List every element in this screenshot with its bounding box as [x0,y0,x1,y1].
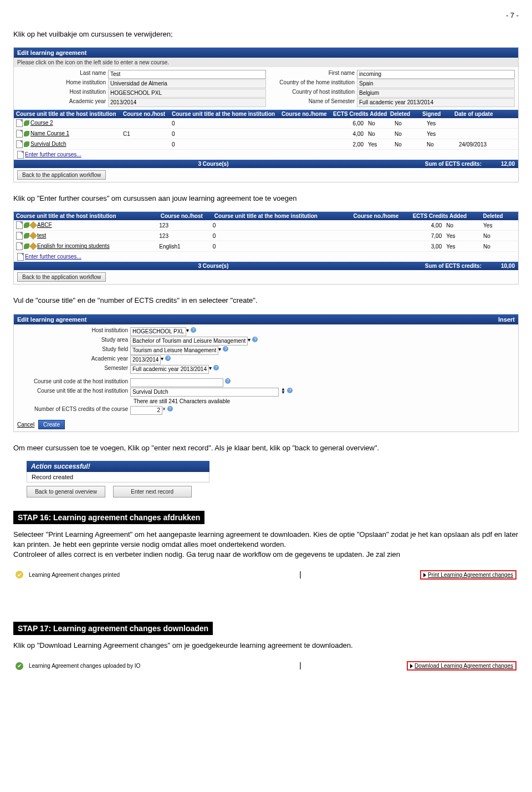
input-country-home: Spain [357,79,515,88]
cell-chome [348,245,407,247]
trash-icon[interactable] [24,233,29,238]
help-icon[interactable]: ? [167,406,173,412]
cell-chome [279,122,331,124]
chevron-down-icon[interactable]: ▾ [161,356,163,364]
cell-thome: 0 [211,242,349,251]
enter-next-record-button[interactable]: Enter next record [113,486,192,497]
back-workflow-button[interactable]: Back to the application workflow [17,170,106,180]
screenshot-course-list: Course unit title at the host institutio… [13,211,519,285]
trash-icon[interactable] [24,141,29,147]
course-link[interactable]: English for incoming students [37,243,110,249]
status-dot-green-icon: ✔ [16,662,23,670]
cell-deleted: Yes [481,221,518,230]
help-icon[interactable]: ? [252,337,258,342]
sel-semester[interactable]: Full academic year 2013/2014 [130,365,209,374]
triangle-icon [423,573,426,577]
label-country-host: Country of host institution [266,89,357,98]
page-icon[interactable] [16,130,23,138]
help-icon[interactable]: ? [165,356,171,361]
label-host-inst: Host institution [17,89,108,98]
trash-icon[interactable] [24,131,29,136]
th-chome: Course no./home [279,110,331,118]
chevron-down-icon[interactable]: ▾ [209,365,212,374]
label-home-inst: Home institution [17,79,108,88]
th2-chome: Course no./home [351,212,411,220]
screenshot-edit-la-1: Edit learning agreement Please click on … [13,47,519,182]
checkbox-icon[interactable] [300,571,301,578]
help-icon[interactable]: ? [191,327,196,333]
cell-chost: 123 [157,232,210,240]
course-link[interactable]: test [37,232,46,238]
back-workflow-button-2[interactable]: Back to the application workflow [17,272,106,282]
help-icon[interactable]: ? [223,346,228,352]
pencil-icon[interactable] [29,242,37,250]
lbl-host-inst: Host institution [17,327,130,336]
cell-signed: Yes [424,119,457,128]
cancel-link[interactable]: Cancel [17,422,34,428]
footer-count: 3 Course(s) [14,160,413,168]
print-la-changes-link[interactable]: Print Learning Agreement changes [420,570,516,580]
cell-chome [348,224,407,226]
th2-chost: Course no./host [158,212,212,220]
help-icon[interactable]: ? [213,365,219,370]
page-icon[interactable] [16,242,23,250]
page-icon[interactable] [16,140,23,148]
checkbox-icon[interactable] [300,662,301,669]
trash-icon[interactable] [24,222,29,228]
table-header-2: Course unit title at the host institutio… [14,212,518,220]
th-chost: Course no./host [121,110,170,118]
form-grid: Last nameTest Home institutionUniversida… [14,67,518,110]
status-title-2: Learning Agreement changes uploaded by I… [29,663,267,669]
chevron-down-icon[interactable]: ▾ [218,346,221,355]
cell-chome [279,143,331,145]
lbl-acad-year: Academic year [17,356,130,364]
label-acad-year: Academic year [17,98,108,107]
download-la-changes-link[interactable]: Download Learning Agreement changes [407,661,516,671]
table-row: Name Course 1C104,00NoNoYes [14,129,518,139]
help-icon[interactable]: ? [225,378,231,384]
course-link[interactable]: Course 2 [30,120,53,126]
trash-icon[interactable] [24,243,29,249]
lbl-semester: Semester [17,365,130,374]
table-row: Course 206,00NoNoYes [14,118,518,129]
page-icon [17,253,24,261]
cell-chost [121,122,170,124]
input-first-name[interactable]: incoming [357,70,515,79]
course-link[interactable]: Survival Dutch [30,141,66,147]
th-signed: Signed [420,110,452,118]
enter-further-courses-link[interactable]: Enter further courses... [14,150,518,160]
step-16-header: STAP 16: Learning agreement changes afdr… [13,511,204,524]
input-ects[interactable]: 2 [130,406,162,415]
course-link[interactable]: Name Course 1 [30,130,69,136]
pencil-icon[interactable] [29,221,37,229]
page-icon[interactable] [16,232,23,240]
sel-study-area[interactable]: Bachelor of Tourism and Leisure Manageme… [130,337,248,346]
insert-label: Insert [498,316,515,323]
course-link[interactable]: ABCF [37,222,52,228]
paragraph-2: Klik op "Enter further courses" om cursu… [13,194,519,204]
input-last-name[interactable]: Test [108,70,266,79]
cell-deleted: No [481,242,518,251]
cell-ects: 3,00 [407,242,444,251]
input-code[interactable] [130,378,223,387]
cell-date: 24/09/2013 [457,140,503,149]
sel-host-inst[interactable]: HOGESCHOOL PXL [130,327,186,336]
resize-arrows-icon[interactable]: ▲▼ [281,388,285,397]
cell-ects: 7,00 [407,232,444,240]
trash-icon[interactable] [24,120,29,126]
lbl-study-area: Study area [17,337,130,346]
sel-study-field[interactable]: Tourism and Leisure Management [130,346,218,355]
chevron-down-icon[interactable]: ▾ [186,327,189,336]
page-icon[interactable] [16,119,23,127]
chevron-down-icon[interactable]: ▾ [248,337,250,346]
create-button[interactable]: Create [38,420,65,429]
back-overview-button[interactable]: Back to general overview [27,486,105,497]
enter-further-courses-link-2[interactable]: Enter further courses... [14,252,518,262]
help-icon[interactable]: ? [287,388,293,393]
cell-added: Yes [366,140,392,149]
input-title[interactable]: Survival Dutch [130,388,279,397]
page-icon[interactable] [16,221,23,229]
panel-hint: Please click on the icon on the left sid… [14,58,518,67]
sel-acad-year[interactable]: 2013/2014 [130,356,161,364]
pencil-icon[interactable] [29,232,37,240]
